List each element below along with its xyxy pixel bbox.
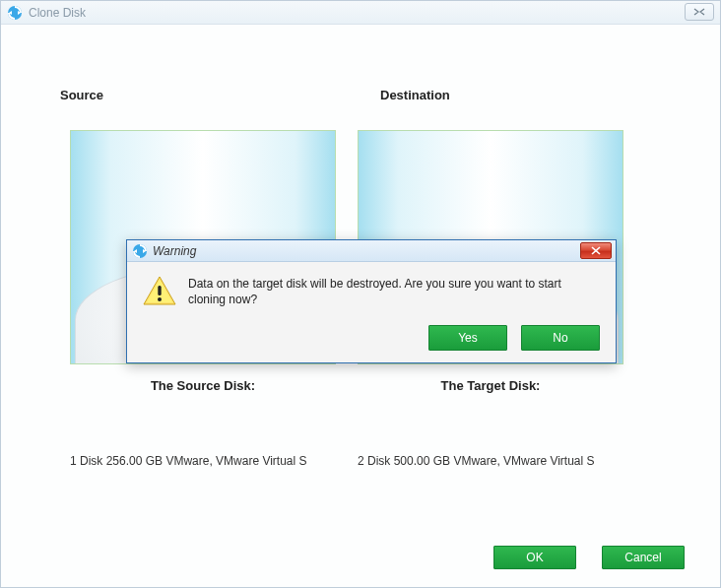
window-close-button[interactable] xyxy=(685,3,714,21)
svg-rect-8 xyxy=(158,286,161,295)
warning-dialog: Warning Data on the target disk will be xyxy=(126,239,617,363)
close-glyph-icon xyxy=(693,8,705,16)
footer-buttons: OK Cancel xyxy=(493,546,685,569)
app-icon xyxy=(132,243,148,259)
warning-icon xyxy=(143,276,176,305)
no-button[interactable]: No xyxy=(521,325,600,351)
dialog-buttons: Yes No xyxy=(143,325,600,351)
source-disk-info: 1 Disk 256.00 GB VMware, VMware Virtual … xyxy=(70,454,336,468)
disk-info-row: 1 Disk 256.00 GB VMware, VMware Virtual … xyxy=(60,454,661,468)
cancel-button[interactable]: Cancel xyxy=(602,546,685,569)
subtitle-row: The Source Disk: The Target Disk: xyxy=(60,378,661,393)
yes-button[interactable]: Yes xyxy=(428,325,507,351)
titlebar: Clone Disk xyxy=(1,1,720,25)
target-disk-info: 2 Disk 500.00 GB VMware, VMware Virtual … xyxy=(358,454,623,468)
app-icon xyxy=(7,5,23,21)
dialog-body: Data on the target disk will be destroye… xyxy=(127,262,616,362)
svg-point-9 xyxy=(158,297,162,301)
window-title: Clone Disk xyxy=(29,6,86,20)
close-icon xyxy=(590,246,602,255)
header-row: Source Destination xyxy=(60,88,661,102)
target-subtitle: The Target Disk: xyxy=(358,378,623,393)
ok-button[interactable]: OK xyxy=(493,546,576,569)
dialog-message: Data on the target disk will be destroye… xyxy=(188,276,600,307)
source-header: Source xyxy=(60,88,341,102)
source-subtitle: The Source Disk: xyxy=(70,378,336,393)
dialog-close-button[interactable] xyxy=(580,242,612,259)
main-window: Clone Disk Source Destination The Source… xyxy=(0,0,721,588)
destination-header: Destination xyxy=(341,88,661,102)
dialog-title: Warning xyxy=(153,244,196,258)
dialog-titlebar: Warning xyxy=(127,240,616,262)
